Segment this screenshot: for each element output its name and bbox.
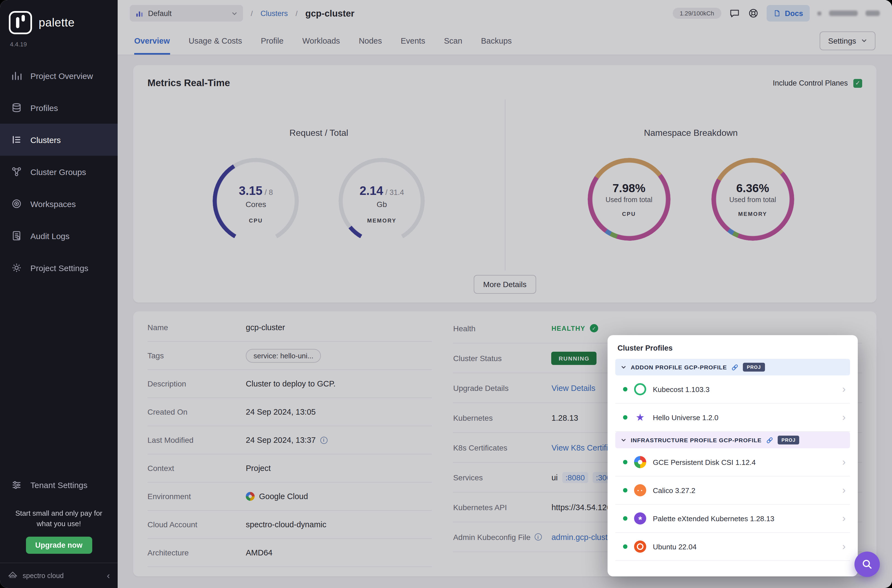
app-window: palette 4.4.19 Project Overview Profiles… [0,0,892,588]
sidebar-item-audit-logs[interactable]: Audit Logs [0,220,118,252]
profile-pack-kubecost[interactable]: Kubecost 1.103.3 › [615,375,850,404]
pack-status-dot [623,488,628,492]
sidebar-item-tenant-settings[interactable]: Tenant Settings [0,469,118,501]
proj-scope-badge: PROJ [778,436,799,444]
chevron-right-icon: › [842,484,845,496]
chevron-right-icon: › [842,412,845,423]
cluster-profiles-panel: Cluster Profiles ADDON PROFILE GCP-PROFI… [608,335,858,576]
addon-profile-section-header[interactable]: ADDON PROFILE GCP-PROFILE PROJ [615,359,850,375]
sidebar-item-label: Project Settings [30,263,89,273]
chevron-down-icon [621,364,626,370]
upgrade-now-button[interactable]: Upgrade now [26,537,92,554]
target-icon [11,198,22,209]
spectro-cloud-logo-icon [8,572,18,580]
sidebar-item-cluster-groups[interactable]: Cluster Groups [0,156,118,188]
sidebar-item-project-settings[interactable]: Project Settings [0,252,118,284]
profile-pack-hello-universe[interactable]: Hello Universe 1.2.0 › [615,404,850,432]
ubuntu-icon [634,540,646,553]
gce-disk-icon [634,456,646,468]
sidebar-collapse-icon[interactable]: ‹ [107,570,110,581]
addon-profile-label: ADDON PROFILE GCP-PROFILE [631,364,727,370]
pack-status-dot [623,387,628,392]
hello-universe-icon [634,411,646,423]
profile-pack-gce-disk[interactable]: GCE Persistent Disk CSI 1.12.4 › [615,448,850,477]
sidebar: palette 4.4.19 Project Overview Profiles… [0,0,118,588]
pack-status-dot [623,460,628,464]
proj-scope-badge: PROJ [743,363,765,372]
sidebar-item-project-overview[interactable]: Project Overview [0,60,118,92]
nodes-icon [11,166,22,177]
profile-pack-calico[interactable]: Calico 3.27.2 › [615,477,850,505]
sidebar-item-label: Cluster Groups [30,167,86,176]
sidebar-nav: Project Overview Profiles Clusters Clust… [0,60,118,284]
sidebar-item-label: Profiles [30,103,58,112]
palette-logo-icon [9,11,32,34]
chevron-right-icon: › [842,384,845,395]
floating-search-button[interactable] [854,552,880,577]
gear-icon [11,262,22,273]
brand-logo: palette [0,0,118,38]
kubecost-icon [634,383,646,395]
sidebar-item-label: Audit Logs [30,231,70,240]
list-icon [11,134,22,145]
chevron-down-icon [621,437,626,443]
infrastructure-profile-section-header[interactable]: INFRASTRUCTURE PROFILE GCP-PROFILE PROJ [615,432,850,448]
footer-brand-name: spectro cloud [23,572,64,579]
sidebar-item-label: Project Overview [30,71,93,80]
chevron-right-icon: › [842,456,845,468]
pxk-icon [634,512,646,525]
sidebar-item-label: Clusters [30,135,61,144]
profile-pack-ubuntu[interactable]: Ubuntu 22.04 › [615,533,850,561]
pack-status-dot [623,544,628,549]
bar-chart-icon [11,70,22,81]
sidebar-item-profiles[interactable]: Profiles [0,92,118,124]
cluster-profiles-title: Cluster Profiles [617,344,848,352]
sidebar-item-clusters[interactable]: Clusters [0,124,118,156]
link-icon[interactable] [731,364,739,371]
upgrade-promo-text: Start small and only pay for what you us… [0,501,118,530]
audit-doc-icon [11,230,22,241]
chevron-right-icon: › [842,541,845,552]
pack-status-dot [623,415,628,420]
sidebar-footer: spectro cloud ‹ [0,562,118,588]
layers-icon [11,102,22,113]
sidebar-item-workspaces[interactable]: Workspaces [0,188,118,220]
app-version: 4.4.19 [0,38,118,48]
search-icon [861,558,873,570]
pack-status-dot [623,516,628,520]
chevron-right-icon: › [842,513,845,524]
sliders-icon [11,480,22,490]
sidebar-item-label: Tenant Settings [30,480,87,490]
calico-icon [634,484,646,496]
link-icon[interactable] [766,436,773,444]
sidebar-item-label: Workspaces [30,199,76,208]
infrastructure-profile-label: INFRASTRUCTURE PROFILE GCP-PROFILE [631,437,762,443]
brand-name: palette [39,16,75,29]
profile-pack-pxk[interactable]: Palette eXtended Kubernetes 1.28.13 › [615,505,850,533]
